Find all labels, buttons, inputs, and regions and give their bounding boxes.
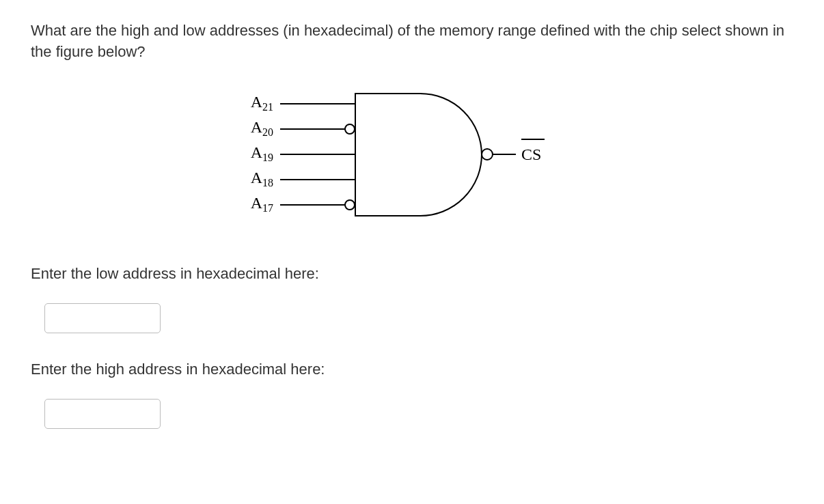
nand-gate-diagram: A21 A20 A19 A18 A17 CS <box>243 90 564 220</box>
high-address-input[interactable] <box>44 399 161 429</box>
svg-text:A21: A21 <box>251 93 273 113</box>
low-address-prompt: Enter the low address in hexadecimal her… <box>31 265 793 283</box>
svg-point-12 <box>482 149 493 160</box>
question-text: What are the high and low addresses (in … <box>31 20 793 63</box>
low-address-input[interactable] <box>44 303 161 333</box>
svg-text:A17: A17 <box>251 194 273 214</box>
svg-point-11 <box>345 200 355 210</box>
svg-text:A19: A19 <box>251 143 273 163</box>
svg-text:A20: A20 <box>251 118 273 138</box>
svg-point-10 <box>345 124 355 134</box>
svg-text:CS: CS <box>521 145 541 163</box>
circuit-diagram: A21 A20 A19 A18 A17 CS <box>243 90 793 224</box>
high-address-prompt: Enter the high address in hexadecimal he… <box>31 361 793 378</box>
svg-text:A18: A18 <box>251 169 273 188</box>
